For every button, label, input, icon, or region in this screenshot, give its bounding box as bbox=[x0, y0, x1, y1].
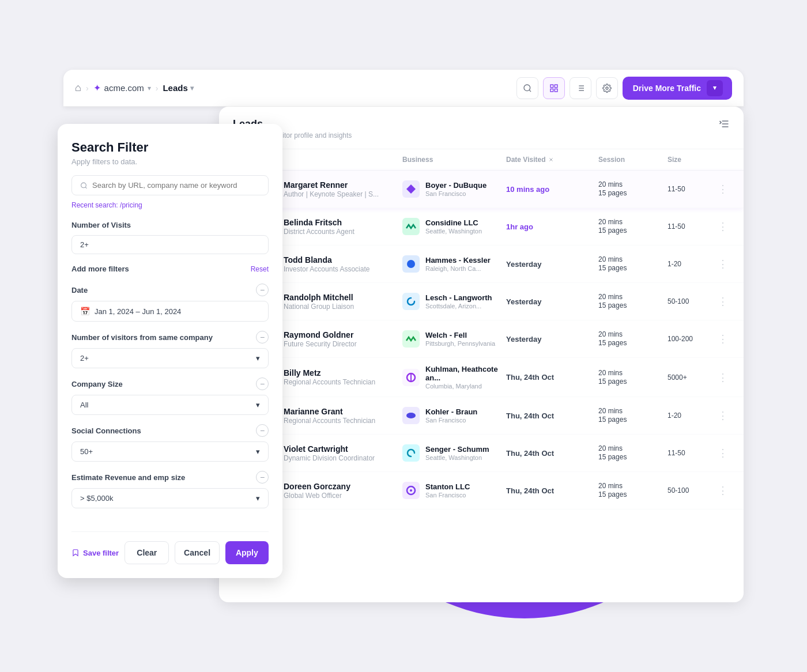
business-info: Boyer - DuBuque San Francisco bbox=[402, 180, 506, 198]
search-box[interactable] bbox=[71, 175, 269, 195]
business-logo bbox=[402, 369, 420, 386]
business-location: San Francisco bbox=[425, 190, 487, 197]
company-size-remove-button[interactable]: − bbox=[256, 377, 269, 390]
business-name: Hammes - Kessler bbox=[425, 256, 491, 265]
business-location: Seattle, Washington bbox=[425, 454, 489, 461]
business-info: Kohler - Braun San Francisco bbox=[402, 407, 506, 424]
lead-job-title: Regional Accounts Technician bbox=[284, 378, 375, 386]
cancel-button[interactable]: Cancel bbox=[175, 541, 219, 564]
search-button[interactable] bbox=[516, 77, 538, 99]
leads-header: Leads Your website visitor profile and i… bbox=[219, 107, 744, 149]
same-company-chevron: ▾ bbox=[256, 354, 260, 363]
th-date-visited[interactable]: Date Visited bbox=[506, 156, 598, 164]
business-logo bbox=[402, 218, 420, 235]
grid-view-button[interactable] bbox=[543, 77, 565, 99]
lead-name: Violet Cartwright bbox=[284, 444, 375, 454]
business-name: Kohler - Braun bbox=[425, 407, 477, 416]
social-connections-row-header: Social Connections − bbox=[71, 424, 269, 437]
site-chevron: ▾ bbox=[148, 84, 151, 92]
acme-star-icon: ✦ bbox=[93, 82, 101, 93]
topbar: ⌂ › ✦ acme.com ▾ › Leads ▾ bbox=[63, 70, 744, 107]
same-company-remove-button[interactable]: − bbox=[256, 331, 269, 343]
social-connections-select[interactable]: 50+ ▾ bbox=[71, 441, 269, 462]
business-logo bbox=[402, 330, 420, 348]
th-business: Business bbox=[402, 156, 506, 164]
lead-text: Marianne Grant Regional Accounts Technic… bbox=[284, 407, 375, 425]
session-pages: 15 pages bbox=[598, 453, 668, 461]
estimate-value: > $5,000k bbox=[80, 494, 113, 503]
drive-traffic-button[interactable]: Drive More Traffic ▾ bbox=[623, 77, 732, 100]
home-icon[interactable]: ⌂ bbox=[75, 82, 81, 94]
svg-marker-16 bbox=[406, 184, 416, 194]
session-duration: 20 mins bbox=[598, 180, 668, 188]
svg-rect-1 bbox=[550, 85, 553, 88]
more-options-button[interactable]: ⋮ bbox=[714, 295, 732, 308]
estimate-label: Estimate Revenue and emp size bbox=[71, 473, 185, 482]
business-name: Kuhlman, Heathcote an... bbox=[425, 365, 506, 382]
estimate-select[interactable]: > $5,000k ▾ bbox=[71, 488, 269, 508]
date-remove-button[interactable]: − bbox=[256, 284, 269, 296]
date-input[interactable]: 📅 Jan 1, 2024 – Jun 1, 2024 bbox=[71, 301, 269, 322]
lead-job-title: Future Security Director bbox=[284, 340, 357, 348]
recent-label: Recent search: bbox=[71, 201, 118, 209]
date-visited: Thu, 24th Oct bbox=[506, 373, 598, 382]
lead-job-title: Regional Accounts Technician bbox=[284, 417, 375, 425]
session-duration: 20 mins bbox=[598, 407, 668, 415]
drive-traffic-label: Drive More Traffic bbox=[633, 84, 701, 93]
breadcrumb: ⌂ › ✦ acme.com ▾ › Leads ▾ bbox=[75, 82, 194, 94]
more-options-button[interactable]: ⋮ bbox=[714, 220, 732, 233]
search-input[interactable] bbox=[92, 181, 260, 190]
business-name: Stanton LLC bbox=[425, 482, 470, 491]
company-size-select[interactable]: All ▾ bbox=[71, 395, 269, 415]
svg-point-12 bbox=[81, 183, 86, 188]
estimate-remove-button[interactable]: − bbox=[256, 471, 269, 484]
social-connections-label: Social Connections bbox=[71, 426, 141, 435]
lead-job-title: Investor Accounts Associate bbox=[284, 265, 369, 273]
more-options-button[interactable]: ⋮ bbox=[714, 447, 732, 459]
session-info: 20 mins 15 pages bbox=[598, 255, 668, 273]
breadcrumb-sep-1: › bbox=[86, 84, 89, 93]
reset-button[interactable]: Reset bbox=[251, 265, 269, 273]
search-icon bbox=[80, 182, 88, 190]
more-options-button[interactable]: ⋮ bbox=[714, 409, 732, 422]
breadcrumb-site[interactable]: ✦ acme.com ▾ bbox=[93, 82, 151, 93]
sort-icon[interactable] bbox=[718, 118, 730, 133]
lead-name: Belinda Fritsch bbox=[284, 218, 355, 227]
session-info: 20 mins 15 pages bbox=[598, 482, 668, 499]
business-location: San Francisco bbox=[425, 417, 477, 424]
business-logo bbox=[402, 180, 420, 198]
breadcrumb-leads[interactable]: Leads ▾ bbox=[163, 83, 193, 93]
more-options-button[interactable]: ⋮ bbox=[714, 183, 732, 195]
session-info: 20 mins 15 pages bbox=[598, 293, 668, 310]
save-filter-label: Save filter bbox=[83, 549, 119, 557]
same-company-select[interactable]: 2+ ▾ bbox=[71, 348, 269, 368]
num-visits-section: Number of Visits 2+ bbox=[71, 221, 269, 254]
lead-name: Billy Metz bbox=[284, 368, 375, 377]
more-options-button[interactable]: ⋮ bbox=[714, 258, 732, 270]
size-badge: 100-200 bbox=[668, 335, 714, 343]
clear-button[interactable]: Clear bbox=[125, 541, 169, 564]
settings-button[interactable] bbox=[596, 77, 618, 99]
session-duration: 20 mins bbox=[598, 444, 668, 452]
session-info: 20 mins 15 pages bbox=[598, 218, 668, 235]
table-row: MG Marianne Grant Regional Accounts Tech… bbox=[219, 397, 744, 435]
save-filter-button[interactable]: Save filter bbox=[71, 549, 119, 557]
more-options-button[interactable]: ⋮ bbox=[714, 484, 732, 497]
more-options-button[interactable]: ⋮ bbox=[714, 371, 732, 384]
svg-point-0 bbox=[524, 85, 530, 91]
apply-button[interactable]: Apply bbox=[225, 541, 269, 564]
sort-arrow-icon bbox=[548, 156, 555, 163]
session-pages: 15 pages bbox=[598, 490, 668, 499]
filter-panel: Search Filter Apply filters to data. Rec… bbox=[58, 124, 282, 578]
business-logo bbox=[402, 482, 420, 499]
business-text: Hammes - Kessler Raleigh, North Ca... bbox=[425, 256, 491, 272]
lead-text: Randolph Mitchell National Group Liaison bbox=[284, 293, 354, 311]
social-connections-remove-button[interactable]: − bbox=[256, 424, 269, 437]
table-row: BM Billy Metz Regional Accounts Technici… bbox=[219, 358, 744, 397]
more-options-button[interactable]: ⋮ bbox=[714, 333, 732, 345]
list-view-button[interactable] bbox=[570, 77, 591, 99]
table-header: Lead Business Date Visited Session Size bbox=[219, 149, 744, 171]
session-info: 20 mins 15 pages bbox=[598, 444, 668, 462]
business-name: Senger - Schumm bbox=[425, 445, 489, 454]
filter-footer: Save filter Clear Cancel Apply bbox=[71, 531, 269, 564]
